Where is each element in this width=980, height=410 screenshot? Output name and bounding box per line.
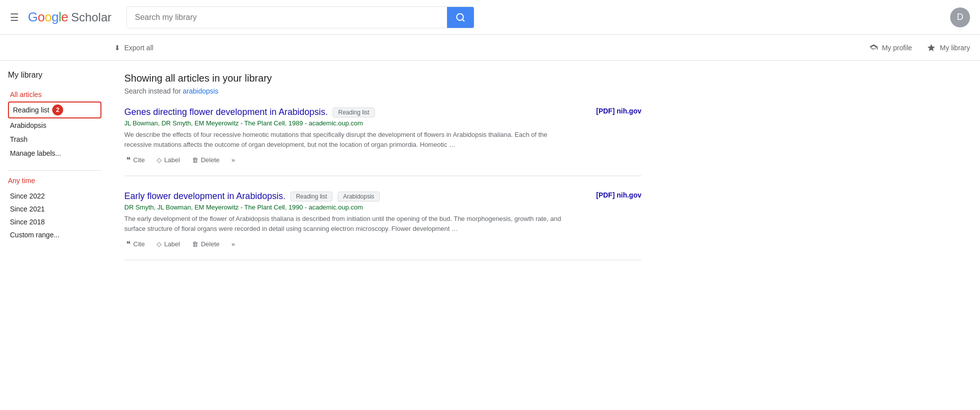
my-profile-label: My profile [882, 44, 912, 52]
main-content: Showing all articles in your library Sea… [109, 61, 656, 410]
article-authors-2: DR Smyth, JL Bowman, EM Meyerowitz - The… [124, 204, 567, 211]
cite-icon-2: ❝ [126, 239, 131, 249]
search-instead: Search instead for arabidopsis [124, 87, 641, 95]
sidebar-time-since-2021[interactable]: Since 2021 [8, 203, 101, 215]
author-smyth-1[interactable]: DR Smyth [162, 119, 191, 127]
delete-button-2[interactable]: 🗑 Delete [190, 239, 222, 249]
label-icon-2: ◇ [157, 240, 162, 248]
my-profile-icon [869, 43, 878, 52]
cite-label-1: Cite [133, 156, 145, 164]
my-profile-link[interactable]: My profile [869, 43, 912, 52]
export-all-label: Export all [124, 44, 153, 52]
article-pdf-link-1[interactable]: [PDF] nih.gov [577, 107, 641, 166]
sub-header-right: My profile My library [869, 43, 970, 52]
author-smyth-2[interactable]: DR Smyth [124, 204, 154, 211]
article-card-2: Early flower development in Arabidopsis.… [124, 191, 641, 260]
sidebar-item-trash[interactable]: Trash [8, 132, 101, 146]
my-library-link[interactable]: My library [927, 43, 970, 52]
sidebar-item-arabidopsis[interactable]: Arabidopsis [8, 118, 101, 132]
sidebar-item-all-articles[interactable]: All articles [8, 88, 101, 102]
google-logo: Google [28, 9, 68, 25]
reading-list-badge: 2 [52, 104, 63, 115]
author-meyerowitz-2[interactable]: EM Meyerowitz [194, 204, 239, 211]
more-button-2[interactable]: » [230, 239, 237, 249]
article-source-1: - The Plant Cell, 1989 - academic.oup.co… [241, 119, 363, 127]
sidebar-divider [8, 170, 101, 171]
sidebar-time-list: Since 2022 Since 2021 Since 2018 Custom … [8, 190, 101, 241]
delete-button-1[interactable]: 🗑 Delete [190, 155, 222, 165]
article-actions-1: ❝ Cite ◇ Label 🗑 Delete » [124, 154, 567, 166]
sidebar-item-reading-list[interactable]: Reading list 2 [8, 102, 101, 118]
cite-label-2: Cite [133, 240, 145, 248]
article-authors-1: JL Bowman, DR Smyth, EM Meyerowitz - The… [124, 119, 567, 127]
article-title-1[interactable]: Genes directing flower development in Ar… [124, 107, 328, 117]
cite-button-1[interactable]: ❝ Cite [124, 154, 147, 166]
sidebar-nav: All articles Reading list 2 Arabidopsis … [8, 88, 101, 160]
delete-label-2: Delete [201, 240, 220, 248]
delete-label-1: Delete [201, 156, 220, 164]
page-heading: Showing all articles in your library [124, 73, 641, 84]
more-icon-1: » [232, 156, 235, 164]
sidebar-time-title[interactable]: Any time [8, 177, 101, 185]
author-meyerowitz-1[interactable]: EM Meyerowitz [194, 119, 239, 127]
star-icon [927, 43, 936, 52]
article-pdf-link-2[interactable]: [PDF] nih.gov [577, 191, 641, 250]
label-label-1: Label [164, 156, 180, 164]
export-all-button[interactable]: ⬇ Export all [114, 44, 153, 52]
scholar-logo-text: Scholar [71, 10, 111, 24]
sidebar-time-since-2022[interactable]: Since 2022 [8, 190, 101, 203]
my-library-label: My library [940, 44, 970, 52]
label-label-2: Label [164, 240, 180, 248]
all-articles-label: All articles [10, 91, 42, 99]
more-icon-2: » [232, 240, 235, 248]
sidebar-title: My library [8, 71, 101, 80]
svg-line-1 [462, 19, 464, 21]
search-icon [455, 12, 465, 22]
article-snippet-2: The early development of the flower of A… [124, 214, 567, 233]
article-actions-2: ❝ Cite ◇ Label 🗑 Delete » [124, 238, 567, 250]
arabidopsis-label: Arabidopsis [10, 121, 46, 129]
search-instead-link[interactable]: arabidopsis [183, 87, 219, 95]
manage-labels-label: Manage labels... [10, 149, 61, 157]
sub-header: ⬇ Export all My profile My library [0, 35, 980, 61]
more-button-1[interactable]: » [230, 155, 237, 165]
export-icon: ⬇ [114, 44, 120, 52]
label-button-2[interactable]: ◇ Label [155, 239, 182, 249]
trash-label: Trash [10, 135, 27, 143]
label-button-1[interactable]: ◇ Label [155, 155, 182, 165]
hamburger-icon[interactable]: ☰ [10, 11, 19, 23]
search-button[interactable] [447, 7, 474, 28]
header: ☰ Google Scholar D [0, 0, 980, 35]
author-bowman-1[interactable]: JL Bowman [124, 119, 158, 127]
sidebar: My library All articles Reading list 2 A… [0, 61, 109, 410]
delete-icon-2: 🗑 [192, 240, 198, 248]
cite-icon-1: ❝ [126, 155, 131, 165]
sidebar-time-custom-range[interactable]: Custom range... [8, 228, 101, 241]
label-icon-1: ◇ [157, 156, 162, 164]
article-title-row-1: Genes directing flower development in Ar… [124, 107, 567, 117]
delete-icon-1: 🗑 [192, 156, 198, 164]
article-title-2[interactable]: Early flower development in Arabidopsis. [124, 191, 285, 202]
article-source-2: - The Plant Cell, 1990 - academic.oup.co… [241, 204, 363, 211]
article-title-row-2: Early flower development in Arabidopsis.… [124, 191, 567, 202]
article-snippet-1: We describe the effects of four recessiv… [124, 130, 567, 149]
search-instead-prefix: Search instead for [124, 87, 183, 95]
author-bowman-2[interactable]: JL Bowman [157, 204, 190, 211]
article-tag-arabidopsis-2: Arabidopsis [338, 192, 380, 202]
cite-button-2[interactable]: ❝ Cite [124, 238, 147, 250]
avatar[interactable]: D [950, 7, 970, 27]
reading-list-label: Reading list [13, 106, 49, 114]
article-main-2: Early flower development in Arabidopsis.… [124, 191, 567, 250]
sidebar-item-manage-labels[interactable]: Manage labels... [8, 146, 101, 160]
search-bar [126, 6, 474, 28]
article-card-1: Genes directing flower development in Ar… [124, 107, 641, 176]
article-tag-reading-list-1: Reading list [333, 107, 375, 117]
article-tag-reading-list-2: Reading list [290, 192, 333, 202]
logo-area: Google Scholar [28, 9, 111, 25]
search-input[interactable] [127, 7, 447, 28]
page-layout: My library All articles Reading list 2 A… [0, 61, 980, 410]
sidebar-time-since-2018[interactable]: Since 2018 [8, 215, 101, 228]
article-main-1: Genes directing flower development in Ar… [124, 107, 567, 166]
